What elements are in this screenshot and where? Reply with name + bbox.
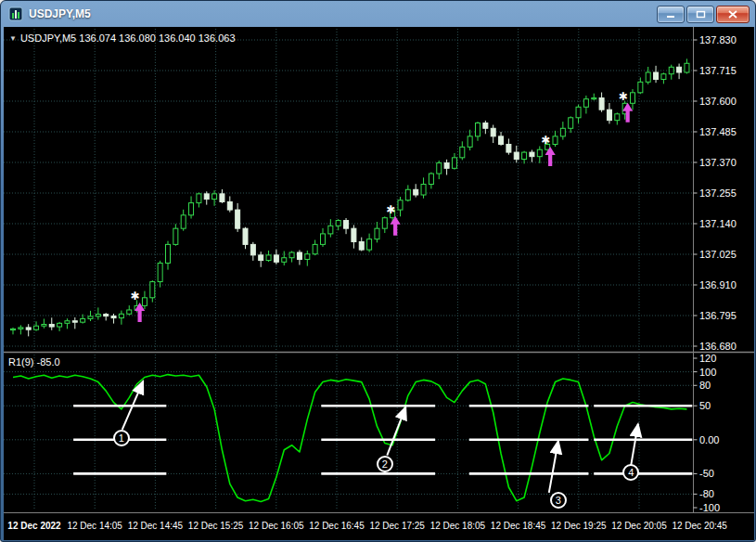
- annotation-arrow: [549, 441, 558, 493]
- signal-star-icon: ✱: [386, 203, 395, 216]
- signals-layer: ✱✱✱✱: [131, 90, 634, 322]
- indicator-scale-label: 50: [699, 400, 711, 411]
- time-label: 12 Dec 15:25: [188, 521, 244, 531]
- time-label: 12 Dec 2022: [7, 521, 61, 531]
- maximize-button[interactable]: [686, 6, 714, 23]
- time-label: 12 Dec 19:25: [551, 521, 607, 531]
- minimize-button[interactable]: [657, 6, 685, 23]
- minimize-icon: [666, 10, 675, 19]
- time-label: 12 Dec 18:05: [430, 521, 486, 531]
- price-label: 137.255: [699, 187, 737, 199]
- time-label: 12 Dec 20:45: [672, 521, 727, 531]
- time-label: 12 Dec 14:05: [67, 521, 122, 531]
- time-label: 12 Dec 14:45: [128, 521, 184, 531]
- ohlc-header: ▼USDJPY,M5 136.074 136.080 136.040 136.0…: [9, 32, 236, 44]
- mt4-chart-window: USDJPY,M5 ✱✱✱✱137.830137.715137.600137.4…: [0, 0, 756, 542]
- annotation-circle-3: 3: [550, 492, 567, 509]
- price-label: 137.370: [699, 157, 737, 168]
- signal-star-icon: ✱: [619, 90, 628, 103]
- price-label: 137.025: [699, 249, 737, 260]
- indicator-label: R1(9) -85.0: [8, 356, 60, 368]
- time-label: 12 Dec 20:05: [611, 521, 667, 531]
- indicator-scale-label: 0.00: [699, 434, 719, 445]
- app-icon: [8, 6, 23, 21]
- price-label: 136.795: [699, 310, 737, 321]
- title-bar[interactable]: USDJPY,M5: [1, 1, 755, 27]
- time-label: 12 Dec 18:45: [491, 521, 546, 531]
- price-label: 137.485: [699, 126, 737, 137]
- ohlc-collapse-icon[interactable]: ▼: [9, 34, 17, 43]
- indicator-scale-label: 120: [699, 353, 716, 364]
- signal-star-icon: ✱: [541, 134, 550, 147]
- indicator-scale-label: -100: [699, 502, 720, 513]
- annotation-arrow: [631, 424, 638, 465]
- price-label: 136.910: [699, 279, 737, 290]
- window-controls: [657, 6, 750, 23]
- time-label: 12 Dec 16:05: [249, 521, 304, 531]
- grid-layer: [4, 29, 694, 510]
- indicator-scale-label: -50: [699, 468, 714, 479]
- signal-star-icon: ✱: [131, 290, 140, 303]
- annotation-arrow: [387, 407, 405, 456]
- indicator-scale-label: -80: [699, 488, 714, 499]
- price-label: 137.715: [699, 65, 737, 76]
- price-label: 137.830: [699, 34, 737, 45]
- chart-client-area: ✱✱✱✱137.830137.715137.600137.485137.3701…: [4, 27, 754, 540]
- ohlc-header-text: USDJPY,M5 136.074 136.080 136.040 136.06…: [20, 32, 236, 44]
- annotation-circle-2: 2: [377, 456, 393, 472]
- indicator-scale-label: 100: [699, 367, 716, 378]
- time-label: 12 Dec 17:25: [369, 521, 425, 531]
- time-label: 12 Dec 16:45: [309, 521, 365, 531]
- candles-layer: [11, 58, 689, 336]
- close-button[interactable]: [716, 6, 750, 23]
- price-label: 137.140: [699, 218, 737, 229]
- close-icon: [728, 10, 737, 19]
- window-title: USDJPY,M5: [29, 7, 657, 20]
- maximize-icon: [696, 10, 706, 19]
- annotation-arrows-layer: [122, 381, 638, 493]
- signal-up-arrow-icon: [391, 216, 401, 236]
- indicator-scale-label: 80: [699, 380, 711, 391]
- price-label: 136.680: [699, 341, 737, 352]
- price-label: 137.600: [699, 96, 737, 107]
